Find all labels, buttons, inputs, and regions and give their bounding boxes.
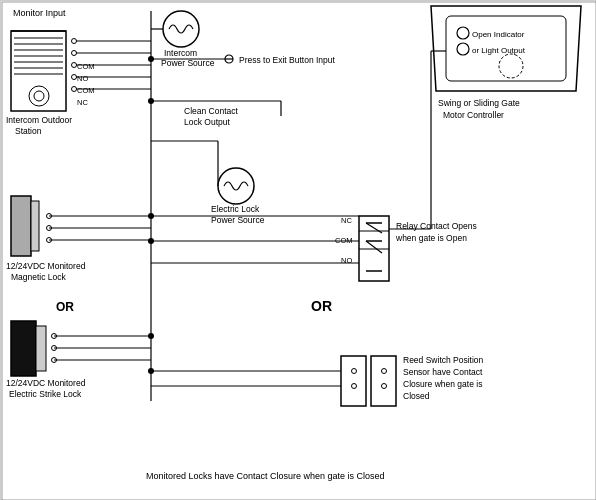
svg-text:Monitored Locks have Contact C: Monitored Locks have Contact Closure whe…: [146, 471, 385, 481]
svg-rect-35: [11, 196, 31, 256]
svg-text:Motor Controller: Motor Controller: [443, 110, 504, 120]
svg-point-69: [382, 384, 387, 389]
svg-text:12/24VDC Monitored: 12/24VDC Monitored: [6, 261, 86, 271]
svg-text:Closure when gate is: Closure when gate is: [403, 379, 482, 389]
svg-text:OR: OR: [311, 298, 332, 314]
svg-text:when gate is Open: when gate is Open: [395, 233, 467, 243]
svg-text:Intercom: Intercom: [164, 48, 197, 58]
svg-point-77: [457, 43, 469, 55]
svg-point-11: [34, 91, 44, 101]
svg-point-109: [148, 98, 154, 104]
svg-rect-43: [11, 321, 36, 376]
svg-text:Open Indicator: Open Indicator: [472, 30, 525, 39]
svg-text:12/24VDC Monitored: 12/24VDC Monitored: [6, 378, 86, 388]
svg-point-24: [163, 11, 199, 47]
svg-point-19: [72, 87, 77, 92]
svg-point-110: [148, 213, 154, 219]
svg-text:Electric Strike Lock: Electric Strike Lock: [9, 389, 82, 399]
svg-text:or Light Output: or Light Output: [472, 46, 526, 55]
svg-point-15: [72, 39, 77, 44]
svg-text:Intercom Outdoor: Intercom Outdoor: [6, 115, 72, 125]
svg-point-68: [382, 369, 387, 374]
svg-rect-36: [31, 201, 39, 251]
svg-text:NO: NO: [341, 256, 352, 265]
svg-text:NC: NC: [77, 98, 88, 107]
svg-text:OR: OR: [56, 300, 74, 314]
svg-text:Reed Switch Position: Reed Switch Position: [403, 355, 484, 365]
svg-text:COM: COM: [77, 62, 95, 71]
svg-point-16: [72, 51, 77, 56]
svg-text:Electric Lock: Electric Lock: [211, 204, 260, 214]
svg-text:Swing or Sliding Gate: Swing or Sliding Gate: [438, 98, 520, 108]
svg-text:NC: NC: [341, 216, 352, 225]
wiring-diagram: Monitor Input Intercom Outdoor Station C…: [0, 0, 596, 500]
svg-rect-44: [36, 326, 46, 371]
svg-rect-65: [371, 356, 396, 406]
svg-text:Monitor Input: Monitor Input: [13, 8, 66, 18]
svg-text:Closed: Closed: [403, 391, 430, 401]
svg-text:Lock Output: Lock Output: [184, 117, 230, 127]
svg-point-75: [457, 27, 469, 39]
svg-text:Sensor have Contact: Sensor have Contact: [403, 367, 483, 377]
svg-text:Magnetic Lock: Magnetic Lock: [11, 272, 67, 282]
svg-point-108: [148, 56, 154, 62]
svg-point-18: [72, 75, 77, 80]
svg-point-111: [148, 238, 154, 244]
svg-point-67: [352, 384, 357, 389]
svg-point-17: [72, 63, 77, 68]
svg-rect-64: [341, 356, 366, 406]
svg-text:Press to Exit Button Input: Press to Exit Button Input: [239, 55, 336, 65]
svg-point-66: [352, 369, 357, 374]
svg-point-32: [218, 168, 254, 204]
svg-point-113: [148, 368, 154, 374]
svg-text:Station: Station: [15, 126, 42, 136]
svg-text:Clean Contact: Clean Contact: [184, 106, 239, 116]
svg-text:NO: NO: [77, 74, 88, 83]
svg-text:COM: COM: [77, 86, 95, 95]
svg-point-112: [148, 333, 154, 339]
